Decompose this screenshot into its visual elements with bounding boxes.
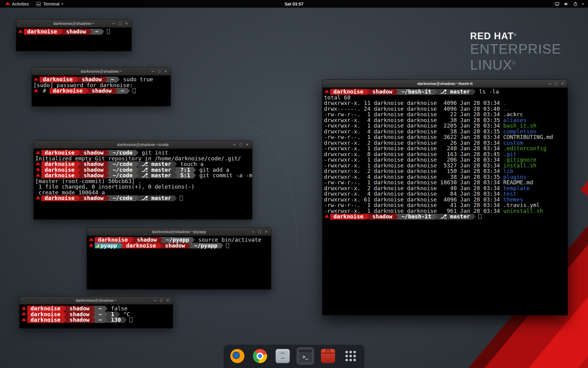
terminal-window-code[interactable]: darknoise@shadow:~/code─□× darknoise sha… (34, 141, 252, 219)
powerline-arrow (64, 312, 66, 317)
terminal-window-home-1[interactable]: darknoise@shadow:~─□× darknoise shadow ~ (16, 20, 131, 51)
prompt-segment: ⎇ master (138, 173, 175, 178)
dock-item-files[interactable] (274, 347, 292, 365)
window-close-button[interactable]: × (165, 297, 171, 305)
window-maximize-button[interactable]: □ (257, 228, 262, 236)
terminal-line: darknoise shadow ~/pyapp source bin/acti… (89, 237, 271, 243)
terminal-line: darknoise shadow ~/code ⎇ master touch a (35, 161, 252, 167)
powerline-arrow (192, 237, 195, 243)
window-title: darknoise@shadow:~ (81, 69, 122, 74)
powerline-arrow (136, 161, 138, 167)
windows-layer: darknoise@shadow:~─□× darknoise shadow ~… (0, 0, 588, 368)
grid-dot (353, 359, 356, 361)
prompt-segment: ~ (95, 317, 105, 323)
terminal-window-home-2[interactable]: darknoise@shadow:~─□× darknoise shadow ~… (20, 297, 173, 328)
powerline-arrow (367, 214, 369, 219)
system-status-area[interactable]: ▾ (555, 2, 588, 6)
redhat-icon (89, 244, 93, 247)
powerline-arrow (473, 89, 476, 94)
terminal-line: drwxrwxr-x. 4 darknoise darknoise 84 Jan… (324, 191, 567, 197)
terminal-line: -rwxrwxr-x. 1 darknoise darknoise 206 Ja… (324, 157, 567, 163)
chrome-icon (253, 349, 267, 363)
terminal-body[interactable]: darknoise shadow ~/pyapp source bin/acti… (87, 236, 271, 248)
prompt-segment: ~ (117, 88, 127, 94)
terminal-text: drwxrwxr-x. 2 darknoise darknoise 150 Ja… (324, 168, 503, 174)
window-maximize-button[interactable]: □ (238, 141, 243, 149)
powerline-arrow (124, 317, 127, 323)
window-minimize-button[interactable]: ─ (111, 20, 116, 28)
activities-button[interactable]: Activities (2, 0, 32, 8)
prompt-segment: shadow (80, 150, 107, 156)
prompt-segment: ⎇ master (138, 161, 175, 167)
redhat-icon (36, 174, 40, 177)
terminal-text: false (107, 306, 127, 312)
terminal-window-bash-it[interactable]: darknoise@shadow:~/bash-it─□× darknoise … (322, 80, 567, 315)
titlebar[interactable]: darknoise@shadow:~/bash-it─□× (322, 80, 567, 88)
window-maximize-button[interactable]: □ (553, 80, 559, 88)
powerline-arrow (136, 167, 138, 173)
powerline-arrow (86, 88, 89, 94)
terminal-body[interactable]: darknoise shadow ~ sudo true[sudo] passw… (32, 75, 171, 94)
prompt-segment: darknoise (95, 237, 131, 243)
prompt-segment: ~/code (109, 173, 136, 178)
window-minimize-button[interactable]: ─ (232, 141, 237, 149)
redhat-icon (18, 30, 23, 33)
powerline-arrow (89, 29, 92, 34)
prompt-segment: ~/code (109, 161, 136, 167)
dock-item-software[interactable] (319, 347, 337, 365)
titlebar[interactable]: darknoise@shadow:~─□× (32, 67, 171, 75)
terminal-body[interactable]: darknoise shadow ~/code git initInitiali… (34, 149, 252, 201)
window-close-button[interactable]: × (124, 20, 129, 28)
terminal-text: -rw-rw-r--. 1 darknoise darknoise 18630 … (324, 180, 533, 186)
terminal-line: -rwxrwxr-x. 1 darknoise darknoise 240 Ja… (324, 146, 567, 151)
prompt-segment: darknoise (41, 173, 78, 178)
window-close-button[interactable]: × (244, 141, 250, 149)
app-menu-terminal[interactable]: Terminal ▾ (33, 0, 66, 8)
powerline-arrow (64, 317, 66, 323)
titlebar[interactable]: darknoise@shadow:~─□× (20, 297, 173, 305)
prompt-segment: ⎇ master (437, 89, 473, 95)
prompt-segment: shadow (80, 173, 107, 178)
terminal-body[interactable]: darknoise shadow ~ false darknoise shado… (20, 305, 173, 323)
files-icon (276, 349, 290, 363)
dock-item-terminal[interactable]: >_ (296, 347, 314, 365)
dock-item-firefox[interactable] (228, 347, 246, 365)
terminal-window-pyapp[interactable]: darknoise@shadow:~/pyapp─□× darknoise sh… (87, 228, 271, 289)
window-close-button[interactable]: × (163, 67, 168, 75)
dock-item-chrome[interactable] (251, 347, 269, 365)
window-maximize-button[interactable]: □ (117, 20, 123, 28)
terminal-body[interactable]: darknoise shadow ~/bash-it ⎇ master ls -… (322, 88, 567, 220)
powerline-arrow (102, 29, 104, 34)
prompt-segment: shadow (162, 243, 188, 249)
window-minimize-button[interactable]: ─ (547, 80, 552, 88)
window-maximize-button[interactable]: □ (156, 67, 162, 75)
redhat-icon (325, 215, 329, 218)
powerline-arrow (435, 89, 437, 94)
terminal-body[interactable]: darknoise shadow ~ (16, 28, 131, 35)
window-minimize-button[interactable]: ─ (251, 228, 256, 236)
powerline-arrow (118, 312, 120, 317)
window-minimize-button[interactable]: ─ (150, 67, 156, 75)
powerline-arrow (194, 173, 196, 178)
terminal-window-sudo[interactable]: darknoise@shadow:~─□× darknoise shadow ~… (32, 67, 171, 106)
titlebar[interactable]: darknoise@shadow:~─□× (16, 20, 131, 28)
powerline-arrow (131, 237, 134, 243)
window-title: darknoise@shadow:~/bash-it (417, 81, 473, 86)
titlebar[interactable]: darknoise@shadow:~/pyapp─□× (87, 228, 271, 236)
window-maximize-button[interactable]: □ (159, 297, 164, 305)
terminal-line: -rwxrwxr-x. 1 darknoise darknoise 2205 J… (324, 123, 567, 129)
top-bar-left: Activities Terminal ▾ (0, 0, 66, 8)
powerline-arrow (107, 161, 109, 167)
powerline-arrow (107, 195, 109, 201)
clock[interactable]: Sat 03:57 (285, 2, 303, 6)
window-minimize-button[interactable]: ─ (152, 297, 158, 305)
window-controls: ─□× (547, 80, 565, 87)
grid-dot (353, 355, 356, 357)
dock-item-show-apps[interactable] (342, 347, 360, 365)
titlebar[interactable]: darknoise@shadow:~/code─□× (34, 141, 252, 149)
window-close-button[interactable]: × (560, 80, 565, 88)
prompt-segment: ~ (92, 29, 102, 35)
window-close-button[interactable]: × (263, 228, 269, 236)
redhat-icon (36, 168, 40, 171)
desktop: RED HAT® ENTERPRISE LINUX® darknoise@sha… (0, 0, 588, 368)
